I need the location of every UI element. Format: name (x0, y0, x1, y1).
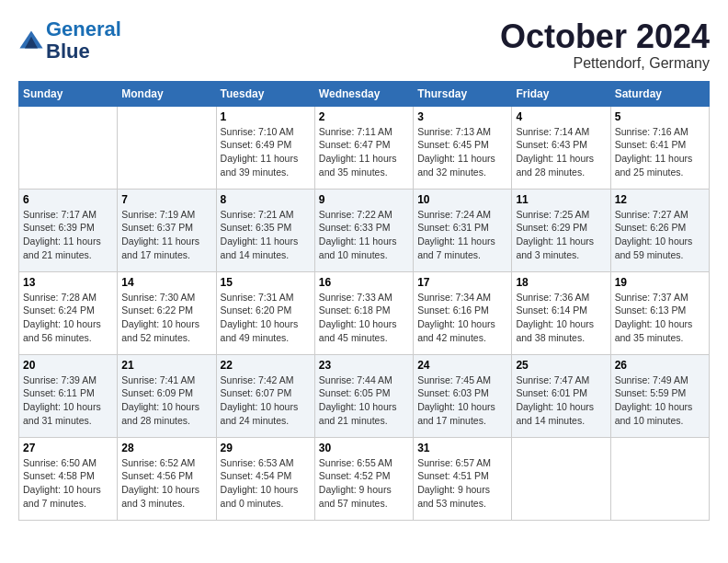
day-number: 8 (221, 193, 311, 206)
day-number: 13 (23, 276, 113, 289)
day-cell: 15Sunrise: 7:31 AM Sunset: 6:20 PM Dayli… (216, 271, 314, 354)
day-number: 29 (221, 442, 311, 454)
day-info: Sunrise: 7:45 AM Sunset: 6:03 PM Dayligh… (417, 373, 507, 428)
month-title: October 2024 (500, 18, 710, 55)
day-number: 18 (516, 276, 606, 289)
day-info: Sunrise: 7:21 AM Sunset: 6:35 PM Dayligh… (221, 208, 311, 262)
day-info: Sunrise: 7:31 AM Sunset: 6:20 PM Dayligh… (221, 291, 311, 345)
day-cell: 25Sunrise: 7:47 AM Sunset: 6:01 PM Dayli… (512, 354, 610, 437)
day-cell (19, 106, 118, 189)
day-cell: 31Sunrise: 6:57 AM Sunset: 4:51 PM Dayli… (414, 437, 512, 520)
day-number: 25 (516, 359, 606, 372)
day-number: 15 (221, 276, 311, 289)
day-number: 22 (221, 359, 311, 372)
day-cell: 24Sunrise: 7:45 AM Sunset: 6:03 PM Dayli… (414, 354, 512, 437)
day-cell: 3Sunrise: 7:13 AM Sunset: 6:45 PM Daylig… (414, 106, 512, 189)
day-number: 30 (319, 442, 409, 454)
day-cell: 20Sunrise: 7:39 AM Sunset: 6:11 PM Dayli… (19, 354, 118, 437)
day-cell: 16Sunrise: 7:33 AM Sunset: 6:18 PM Dayli… (314, 271, 413, 354)
day-info: Sunrise: 6:57 AM Sunset: 4:51 PM Dayligh… (417, 456, 507, 511)
day-cell: 23Sunrise: 7:44 AM Sunset: 6:05 PM Dayli… (314, 354, 413, 437)
day-info: Sunrise: 7:36 AM Sunset: 6:14 PM Dayligh… (516, 291, 606, 345)
day-cell: 30Sunrise: 6:55 AM Sunset: 4:52 PM Dayli… (314, 437, 413, 520)
day-number: 3 (417, 110, 507, 123)
day-info: Sunrise: 7:14 AM Sunset: 6:43 PM Dayligh… (516, 125, 606, 179)
day-info: Sunrise: 7:41 AM Sunset: 6:09 PM Dayligh… (121, 373, 211, 428)
day-info: Sunrise: 7:27 AM Sunset: 6:26 PM Dayligh… (615, 208, 705, 262)
day-number: 14 (121, 276, 211, 289)
day-number: 19 (615, 276, 705, 289)
title-block: October 2024 Pettendorf, Germany (500, 18, 710, 72)
day-info: Sunrise: 7:42 AM Sunset: 6:07 PM Dayligh… (221, 373, 311, 428)
day-number: 17 (417, 276, 507, 289)
day-cell: 27Sunrise: 6:50 AM Sunset: 4:58 PM Dayli… (19, 437, 118, 520)
day-info: Sunrise: 6:55 AM Sunset: 4:52 PM Dayligh… (319, 456, 409, 511)
day-info: Sunrise: 7:33 AM Sunset: 6:18 PM Dayligh… (319, 291, 409, 345)
day-number: 28 (121, 442, 211, 454)
day-cell: 26Sunrise: 7:49 AM Sunset: 5:59 PM Dayli… (610, 354, 709, 437)
weekday-header-wednesday: Wednesday (314, 81, 413, 106)
day-info: Sunrise: 7:25 AM Sunset: 6:29 PM Dayligh… (516, 208, 606, 262)
day-cell: 11Sunrise: 7:25 AM Sunset: 6:29 PM Dayli… (512, 189, 610, 271)
day-cell (118, 106, 216, 189)
day-cell: 9Sunrise: 7:22 AM Sunset: 6:33 PM Daylig… (314, 189, 413, 271)
day-info: Sunrise: 7:10 AM Sunset: 6:49 PM Dayligh… (221, 125, 311, 179)
day-info: Sunrise: 7:17 AM Sunset: 6:39 PM Dayligh… (23, 208, 113, 262)
day-number: 27 (23, 442, 113, 454)
day-number: 11 (516, 193, 606, 206)
day-info: Sunrise: 7:44 AM Sunset: 6:05 PM Dayligh… (319, 373, 409, 428)
week-row-5: 27Sunrise: 6:50 AM Sunset: 4:58 PM Dayli… (19, 437, 710, 520)
day-number: 9 (319, 193, 409, 206)
day-number: 21 (121, 359, 211, 372)
day-cell: 18Sunrise: 7:36 AM Sunset: 6:14 PM Dayli… (512, 271, 610, 354)
day-info: Sunrise: 6:52 AM Sunset: 4:56 PM Dayligh… (121, 456, 211, 511)
day-info: Sunrise: 6:53 AM Sunset: 4:54 PM Dayligh… (221, 456, 311, 511)
day-number: 23 (319, 359, 409, 372)
logo-text: GeneralBlue (46, 18, 121, 63)
day-number: 5 (615, 110, 705, 123)
day-cell: 12Sunrise: 7:27 AM Sunset: 6:26 PM Dayli… (610, 189, 709, 271)
day-number: 16 (319, 276, 409, 289)
day-info: Sunrise: 7:13 AM Sunset: 6:45 PM Dayligh… (417, 125, 507, 179)
day-number: 12 (615, 193, 705, 206)
day-cell: 21Sunrise: 7:41 AM Sunset: 6:09 PM Dayli… (118, 354, 216, 437)
day-cell: 6Sunrise: 7:17 AM Sunset: 6:39 PM Daylig… (19, 189, 118, 271)
day-info: Sunrise: 7:16 AM Sunset: 6:41 PM Dayligh… (615, 125, 705, 179)
day-cell: 13Sunrise: 7:28 AM Sunset: 6:24 PM Dayli… (19, 271, 118, 354)
day-info: Sunrise: 7:28 AM Sunset: 6:24 PM Dayligh… (23, 291, 113, 345)
week-row-3: 13Sunrise: 7:28 AM Sunset: 6:24 PM Dayli… (19, 271, 710, 354)
day-cell (512, 437, 610, 520)
day-info: Sunrise: 7:34 AM Sunset: 6:16 PM Dayligh… (417, 291, 507, 345)
weekday-header-monday: Monday (118, 81, 216, 106)
day-number: 7 (121, 193, 211, 206)
week-row-2: 6Sunrise: 7:17 AM Sunset: 6:39 PM Daylig… (19, 189, 710, 271)
day-cell: 8Sunrise: 7:21 AM Sunset: 6:35 PM Daylig… (216, 189, 314, 271)
day-number: 1 (221, 110, 311, 123)
week-row-1: 1Sunrise: 7:10 AM Sunset: 6:49 PM Daylig… (19, 106, 710, 189)
day-info: Sunrise: 7:37 AM Sunset: 6:13 PM Dayligh… (615, 291, 705, 345)
day-info: Sunrise: 7:22 AM Sunset: 6:33 PM Dayligh… (319, 208, 409, 262)
day-number: 4 (516, 110, 606, 123)
logo: GeneralBlue (18, 18, 121, 63)
day-info: Sunrise: 7:11 AM Sunset: 6:47 PM Dayligh… (319, 125, 409, 179)
day-cell: 10Sunrise: 7:24 AM Sunset: 6:31 PM Dayli… (414, 189, 512, 271)
day-cell: 28Sunrise: 6:52 AM Sunset: 4:56 PM Dayli… (118, 437, 216, 520)
day-cell: 2Sunrise: 7:11 AM Sunset: 6:47 PM Daylig… (314, 106, 413, 189)
day-cell: 29Sunrise: 6:53 AM Sunset: 4:54 PM Dayli… (216, 437, 314, 520)
day-number: 24 (417, 359, 507, 372)
day-cell (610, 437, 709, 520)
day-cell: 5Sunrise: 7:16 AM Sunset: 6:41 PM Daylig… (610, 106, 709, 189)
day-info: Sunrise: 7:30 AM Sunset: 6:22 PM Dayligh… (121, 291, 211, 345)
location: Pettendorf, Germany (500, 55, 710, 72)
page-header: GeneralBlue October 2024 Pettendorf, Ger… (18, 18, 710, 72)
day-cell: 7Sunrise: 7:19 AM Sunset: 6:37 PM Daylig… (118, 189, 216, 271)
weekday-header-sunday: Sunday (19, 81, 118, 106)
day-info: Sunrise: 6:50 AM Sunset: 4:58 PM Dayligh… (23, 456, 113, 511)
day-number: 2 (319, 110, 409, 123)
day-number: 31 (417, 442, 507, 454)
day-cell: 14Sunrise: 7:30 AM Sunset: 6:22 PM Dayli… (118, 271, 216, 354)
weekday-header-friday: Friday (512, 81, 610, 106)
day-info: Sunrise: 7:47 AM Sunset: 6:01 PM Dayligh… (516, 373, 606, 428)
weekday-header-tuesday: Tuesday (216, 81, 314, 106)
day-number: 6 (23, 193, 113, 206)
